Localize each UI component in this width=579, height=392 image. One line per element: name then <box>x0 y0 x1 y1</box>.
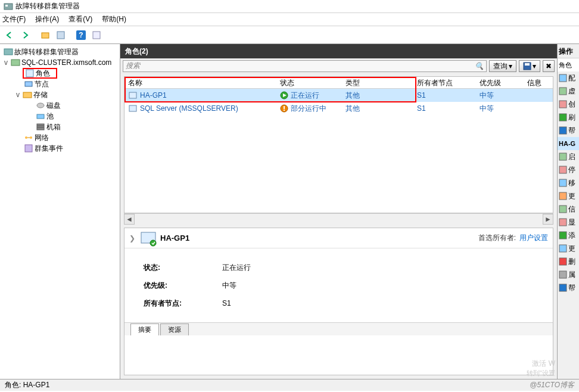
svg-rect-10 <box>25 82 32 86</box>
col-status[interactable]: 状态 <box>276 77 342 88</box>
expander-icon[interactable]: v <box>14 91 21 99</box>
action-item[interactable]: 虚 <box>558 85 579 98</box>
action-icon <box>559 244 567 253</box>
svg-rect-25 <box>129 105 136 111</box>
svg-rect-13 <box>37 114 44 119</box>
col-type[interactable]: 类型 <box>342 77 413 88</box>
expander-icon[interactable]: v <box>2 58 10 67</box>
action-item[interactable]: 停 <box>558 163 579 176</box>
pool-icon <box>36 111 45 121</box>
scroll-left-icon[interactable]: ◄ <box>124 214 135 225</box>
action-item[interactable]: 信 <box>558 203 579 216</box>
toolbar-btn-2[interactable] <box>54 28 68 42</box>
action-item[interactable]: 属 <box>558 268 579 281</box>
menu-view[interactable]: 查看(V) <box>69 14 92 24</box>
clear-button[interactable]: ✖ <box>543 60 555 72</box>
details-header: ❯ HA-GP1 首选所有者: 用户设置 <box>124 228 553 248</box>
svg-rect-33 <box>559 101 566 108</box>
col-priority[interactable]: 优先级 <box>476 77 524 88</box>
tree-pools[interactable]: 池 <box>2 111 120 122</box>
action-item[interactable]: 更 <box>558 189 579 203</box>
tree-storage[interactable]: v 存储 <box>2 89 120 100</box>
toolbar-help-button[interactable]: ? <box>74 28 88 42</box>
action-icon <box>559 257 567 266</box>
action-icon <box>559 100 567 108</box>
action-icon <box>559 205 567 213</box>
menu-action[interactable]: 操作(A) <box>35 14 59 24</box>
action-item[interactable]: 创 <box>558 98 579 111</box>
menu-help[interactable]: 帮助(H) <box>102 14 126 24</box>
action-item[interactable]: 添 <box>558 229 579 242</box>
action-item[interactable]: 帮 <box>558 281 579 294</box>
status-label: 状态: <box>144 259 221 276</box>
svg-point-18 <box>30 136 32 139</box>
details-body: 状态:正在运行 优先级:中等 所有者节点:S1 <box>124 248 553 322</box>
action-item[interactable]: 更 <box>558 242 579 255</box>
action-icon <box>559 218 567 226</box>
svg-rect-44 <box>559 258 566 265</box>
scroll-right-icon[interactable]: ► <box>543 214 553 225</box>
action-item[interactable]: 启 <box>558 150 579 163</box>
save-button[interactable]: ▾ <box>519 60 540 72</box>
tab-summary[interactable]: 摘要 <box>130 323 159 335</box>
tree-events[interactable]: 群集事件 <box>2 143 120 154</box>
action-item[interactable]: 帮 <box>558 124 579 137</box>
action-icon <box>559 192 567 200</box>
svg-rect-1 <box>5 5 8 7</box>
actions-pane: 操作 角色 配虚创刷帮 HA-G 启停移更信显添更删属帮 <box>558 44 579 379</box>
col-name[interactable]: 名称 <box>124 77 276 88</box>
col-owner[interactable]: 所有者节点 <box>413 77 476 88</box>
toolbar-btn-1[interactable] <box>38 28 52 42</box>
action-item[interactable]: 删 <box>558 255 579 268</box>
action-item[interactable]: 配 <box>558 71 579 85</box>
action-icon <box>559 166 567 174</box>
svg-rect-46 <box>559 284 566 291</box>
nav-forward-button[interactable] <box>18 28 32 42</box>
action-item[interactable]: 刷 <box>558 111 579 124</box>
status-text: 角色: HA-GP1 <box>5 380 49 390</box>
toolbar-btn-3[interactable] <box>89 28 104 42</box>
svg-rect-39 <box>559 192 566 200</box>
cluster-icon <box>11 58 20 67</box>
nav-back-button[interactable] <box>2 28 17 42</box>
query-button[interactable]: 查询▾ <box>489 60 516 72</box>
collapse-icon[interactable]: ❯ <box>129 234 140 242</box>
folder-icon <box>23 90 32 99</box>
action-item[interactable]: 显 <box>558 216 579 229</box>
nodes-icon <box>24 79 33 89</box>
status-icon <box>280 104 288 113</box>
svg-rect-22 <box>525 63 530 66</box>
svg-rect-45 <box>559 271 566 278</box>
pref-owner-label: 首选所有者: <box>478 233 516 243</box>
action-icon <box>559 126 567 135</box>
action-icon <box>559 284 567 292</box>
actions-header: 操作 <box>558 44 579 58</box>
tree-cluster[interactable]: v SQL-CLUSTER.ixmsoft.com <box>2 57 120 68</box>
tab-resources[interactable]: 资源 <box>160 323 189 335</box>
action-item[interactable]: 移 <box>558 176 579 189</box>
actions-selected-header: HA-G <box>558 137 579 150</box>
action-icon <box>559 113 567 122</box>
pref-owner-link[interactable]: 用户设置 <box>519 233 548 243</box>
tree-root[interactable]: 故障转移群集管理器 <box>2 46 120 57</box>
svg-rect-37 <box>559 166 566 173</box>
chevron-down-icon: ▾ <box>533 62 536 70</box>
col-info[interactable]: 信息 <box>524 77 553 88</box>
action-icon <box>559 153 567 161</box>
h-scrollbar[interactable]: ◄ ► <box>124 213 553 224</box>
owner-value: S1 <box>222 295 251 312</box>
svg-rect-38 <box>559 179 566 186</box>
table-row[interactable]: SQL Server (MSSQLSERVER)部分运行中其他S1中等 <box>124 102 553 115</box>
tree-networks[interactable]: 网络 <box>2 132 120 143</box>
search-input[interactable]: 搜索 🔍 <box>123 60 487 72</box>
tree-roles[interactable]: 角色 <box>23 68 57 79</box>
tree-chassis[interactable]: 机箱 <box>2 122 120 132</box>
menu-file[interactable]: 文件(F) <box>2 14 26 24</box>
main-area: 故障转移群集管理器 v SQL-CLUSTER.ixmsoft.com 角色 节… <box>0 44 579 379</box>
table-row[interactable]: HA-GP1正在运行其他S1中等 <box>124 89 553 102</box>
svg-rect-7 <box>4 49 13 55</box>
window-title: 故障转移群集管理器 <box>15 1 80 11</box>
tree-nodes[interactable]: 节点 <box>2 79 120 89</box>
svg-rect-28 <box>284 110 285 111</box>
tree-disks[interactable]: 磁盘 <box>2 100 120 111</box>
